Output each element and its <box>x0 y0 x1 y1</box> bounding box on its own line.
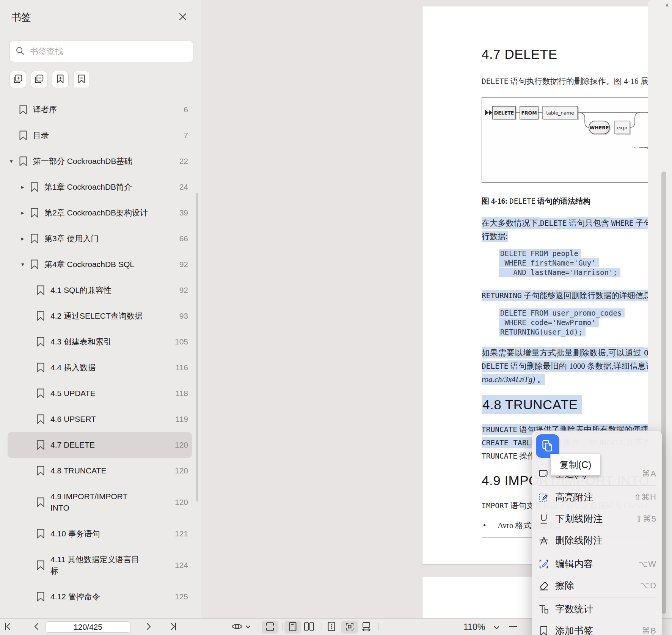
bookmark-page-number: 92 <box>176 260 188 269</box>
sidebar-scrollbar-thumb[interactable] <box>196 193 198 501</box>
expand-all-button[interactable] <box>9 71 26 88</box>
pdf-reader-window: 书签 译者序6目录7▾第一部分 CockroachDB基础22▸第1章 Cock… <box>0 0 672 635</box>
first-page-icon <box>3 622 13 633</box>
chevron-right-icon <box>143 622 153 633</box>
single-page-view-button[interactable] <box>284 621 301 633</box>
syntax-diagram-figure: DELETE FROM table_name WHERE expr ORDER … <box>482 97 672 183</box>
bookmark-item[interactable]: 4.12 管控命令125 <box>8 584 192 610</box>
bookmark-item[interactable]: 4.3 创建表和索引105 <box>8 329 192 355</box>
main-scrollbar-thumb[interactable] <box>661 171 666 614</box>
bookmark-item[interactable]: 4.7 DELETE120 <box>8 432 192 458</box>
diagram-variable: expr <box>617 125 628 130</box>
menu-separator <box>538 485 656 486</box>
bookmark-item[interactable]: 译者序6 <box>8 97 192 123</box>
close-sidebar-button[interactable] <box>177 11 188 23</box>
bookmark-minus-icon <box>76 74 87 85</box>
menu-item-shortcut: ⌘A <box>642 469 656 479</box>
scroll-up-arrow-icon[interactable]: ▲ <box>664 2 670 8</box>
collapse-all-button[interactable] <box>31 71 47 88</box>
bullet-marker: • <box>482 519 498 532</box>
bookmark-icon <box>30 259 39 270</box>
bookmark-icon <box>30 182 39 192</box>
bookmark-item[interactable]: ▸第2章 CockroachDB架构设计39 <box>8 200 192 226</box>
menu-item[interactable]: 字数统计 <box>532 598 662 620</box>
bookmark-label: 第4章 CockroachDB SQL <box>44 259 134 270</box>
zoom-level-dropdown[interactable]: 110% <box>463 622 499 632</box>
bookmark-item[interactable]: 4.5 UPDATE118 <box>8 380 192 406</box>
bookmark-page-number: 118 <box>172 389 188 398</box>
bookmark-search-input[interactable] <box>29 46 188 57</box>
bookmark-label: 第2章 CockroachDB架构设计 <box>44 207 148 218</box>
text-segment: TRUNCATE <box>482 452 517 461</box>
fit-page-icon <box>344 621 355 633</box>
bookmark-page-number: 120 <box>171 498 188 507</box>
erase-icon <box>538 580 550 591</box>
bookmark-item[interactable]: 4.6 UPSERT119 <box>8 406 192 432</box>
bookmark-page-number: 105 <box>171 337 188 346</box>
single-page-icon <box>288 621 297 633</box>
two-page-view-button[interactable] <box>303 621 315 633</box>
fit-page-button[interactable] <box>341 621 358 633</box>
last-page-icon <box>168 622 178 633</box>
menu-item-label: 添加书签 <box>555 624 593 635</box>
bookmark-item[interactable]: ▾第4章 CockroachDB SQL92 <box>8 251 192 277</box>
bookmark-item[interactable]: 4.4 插入数据116 <box>8 355 192 380</box>
zoom-out-button[interactable] <box>508 622 518 633</box>
next-page-button[interactable] <box>143 622 153 633</box>
toolbar-divider <box>322 623 322 631</box>
disclosure-triangle-icon[interactable]: ▾ <box>10 158 18 165</box>
text-segment: 图 4-16: <box>482 197 509 205</box>
last-page-button[interactable] <box>168 622 178 633</box>
menu-item-shortcut: ⌥W <box>638 559 656 569</box>
menu-item[interactable]: 擦除⌥D <box>532 575 662 596</box>
strikethrough-annotation-icon <box>538 535 550 546</box>
remove-bookmark-button[interactable] <box>73 71 90 88</box>
menu-item[interactable]: 下划线附注⇧⌘5 <box>532 508 662 530</box>
page-indicator-input[interactable] <box>46 621 130 633</box>
first-page-button[interactable] <box>3 622 13 633</box>
bookmark-label: 目录 <box>33 130 49 141</box>
bookmark-page-number: 7 <box>180 131 188 140</box>
menu-item[interactable]: 添加书签⌘B <box>532 620 662 635</box>
previous-page-button[interactable] <box>32 622 42 633</box>
bookmark-item[interactable]: 4.10 事务语句121 <box>8 521 192 547</box>
bookmark-label: 4.11 其他数据定义语言目标 <box>50 554 146 577</box>
bookmark-icon <box>36 465 46 476</box>
expand-all-icon <box>13 74 23 85</box>
bookmark-item[interactable]: 4.2 通过SELECT查询数据93 <box>8 303 192 329</box>
bookmark-item[interactable]: 4.8 TRUNCATE120 <box>8 458 192 484</box>
disclosure-triangle-icon[interactable]: ▾ <box>21 261 30 268</box>
menu-item[interactable]: 删除线附注 <box>532 530 662 551</box>
continuous-scroll-button[interactable] <box>262 621 278 633</box>
disclosure-triangle-icon[interactable]: ▸ <box>21 235 30 242</box>
bookmark-item[interactable]: ▾第一部分 CockroachDB基础22 <box>8 148 192 174</box>
zoom-level-value: 110% <box>463 622 485 632</box>
code-block: DELETE FROM user_promo_codes WHERE code=… <box>499 308 672 336</box>
bookmark-icon <box>36 560 46 571</box>
bookmark-page-number: 24 <box>176 182 188 192</box>
bookmark-label: 4.9 IMPORT/IMPORT INTO <box>50 491 146 514</box>
text-segment: 。 <box>535 374 545 385</box>
bookmark-icon <box>36 362 46 373</box>
bookmark-plus-icon <box>55 74 66 85</box>
bookmark-item[interactable]: 4.1 SQL的兼容性92 <box>8 277 192 303</box>
bookmark-page-number: 120 <box>171 440 188 450</box>
disclosure-triangle-icon[interactable]: ▸ <box>21 184 30 190</box>
bookmark-item[interactable]: 4.9 IMPORT/IMPORT INTO120 <box>8 484 192 521</box>
bookmark-item[interactable]: 4.11 其他数据定义语言目标124 <box>8 547 192 584</box>
bookmark-item[interactable]: ▸第1章 CockroachDB简介24 <box>8 174 192 200</box>
view-appearance-button[interactable] <box>231 622 251 633</box>
bookmark-item[interactable]: 目录7 <box>8 123 192 148</box>
bookmark-item[interactable]: ▸第3章 使用入门66 <box>8 226 192 251</box>
word-count-icon <box>538 604 550 615</box>
disclosure-triangle-icon[interactable]: ▸ <box>21 209 30 216</box>
menu-item[interactable]: 高亮附注⇧⌘H <box>532 486 662 508</box>
diagram-keyword: DELETE <box>494 110 514 116</box>
sidebar-title: 书签 <box>11 11 31 24</box>
menu-item[interactable]: 编辑内容⌥W <box>532 553 662 575</box>
fit-height-button[interactable] <box>327 621 336 633</box>
bookmark-label: 4.4 插入数据 <box>50 362 96 373</box>
bookmark-label: 4.3 创建表和索引 <box>50 336 111 347</box>
fit-width-button[interactable] <box>361 621 372 633</box>
add-bookmark-button[interactable] <box>52 71 69 88</box>
